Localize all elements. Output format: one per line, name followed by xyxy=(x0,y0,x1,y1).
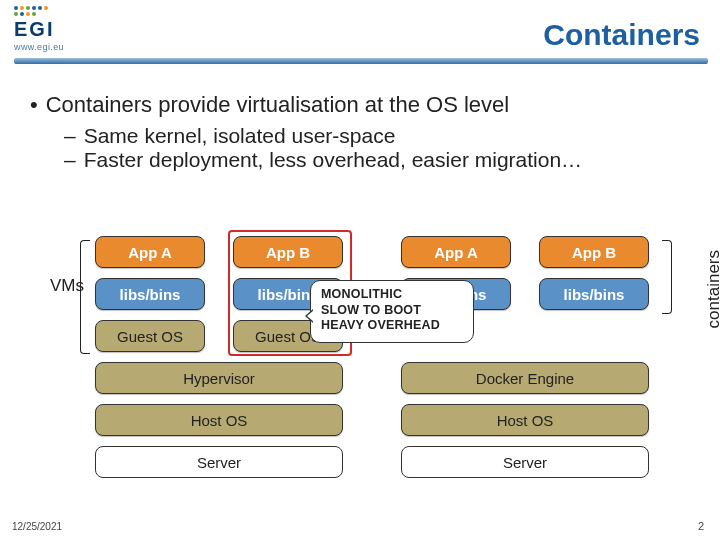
vm-libs-row: libs/bins libs/bins xyxy=(95,278,343,310)
logo-subtext: www.egi.eu xyxy=(14,42,64,52)
header-divider xyxy=(14,58,708,64)
containers-label: containers xyxy=(704,250,720,328)
callout-line: SLOW TO BOOT xyxy=(321,303,463,319)
bullet-level1: Containers provide virtualisation at the… xyxy=(30,92,696,118)
host-os-box: Host OS xyxy=(401,404,649,436)
bullet-text: Same kernel, isolated user-space xyxy=(84,124,396,148)
right-brace-icon xyxy=(662,240,672,314)
page-title: Containers xyxy=(543,18,700,52)
vm-guestos-box: Guest OS xyxy=(95,320,205,352)
ct-app-box: App B xyxy=(539,236,649,268)
egi-logo: EGI www.egi.eu xyxy=(14,6,64,52)
vm-apps-row: App A App B xyxy=(95,236,343,268)
vm-guest-row: Guest OS Guest OS xyxy=(95,320,343,352)
server-box: Server xyxy=(95,446,343,478)
header: EGI www.egi.eu Containers xyxy=(0,0,720,74)
callout-line: MONOLITHIC xyxy=(321,287,463,303)
architecture-diagram: VMs containers App A App B libs/bins lib… xyxy=(0,230,720,504)
bullet-dot-icon xyxy=(30,92,38,118)
bullet-text: Containers provide virtualisation at the… xyxy=(46,92,509,118)
ct-app-box: App A xyxy=(401,236,511,268)
bullet-level2: Same kernel, isolated user-space xyxy=(64,124,696,148)
ct-libs-box: libs/bins xyxy=(539,278,649,310)
container-stack: App A App B libs/bins libs/bins Docker E… xyxy=(400,236,650,478)
bullet-level2-group: Same kernel, isolated user-space Faster … xyxy=(64,124,696,172)
vm-app-box: App A xyxy=(95,236,205,268)
ct-apps-row: App A App B xyxy=(401,236,649,268)
bullet-text: Faster deployment, less overhead, easier… xyxy=(84,148,582,172)
slide: EGI www.egi.eu Containers Containers pro… xyxy=(0,0,720,540)
bullet-level2: Faster deployment, less overhead, easier… xyxy=(64,148,696,172)
bullet-dash-icon xyxy=(64,124,76,148)
footer-page-number: 2 xyxy=(698,520,704,532)
vm-app-box: App B xyxy=(233,236,343,268)
logo-dots-icon xyxy=(14,6,48,16)
vm-libs-box: libs/bins xyxy=(95,278,205,310)
server-box: Server xyxy=(401,446,649,478)
docker-engine-box: Docker Engine xyxy=(401,362,649,394)
footer-date: 12/25/2021 xyxy=(12,521,62,532)
host-os-box: Host OS xyxy=(95,404,343,436)
bullet-dash-icon xyxy=(64,148,76,172)
logo-text: EGI xyxy=(14,18,64,41)
bullet-list: Containers provide virtualisation at the… xyxy=(30,92,696,172)
vm-callout: MONOLITHIC SLOW TO BOOT HEAVY OVERHEAD xyxy=(310,280,474,343)
callout-line: HEAVY OVERHEAD xyxy=(321,318,463,334)
vm-stack: App A App B libs/bins libs/bins Guest OS… xyxy=(94,236,344,478)
vms-label: VMs xyxy=(50,276,84,296)
hypervisor-box: Hypervisor xyxy=(95,362,343,394)
left-brace-icon xyxy=(80,240,90,354)
